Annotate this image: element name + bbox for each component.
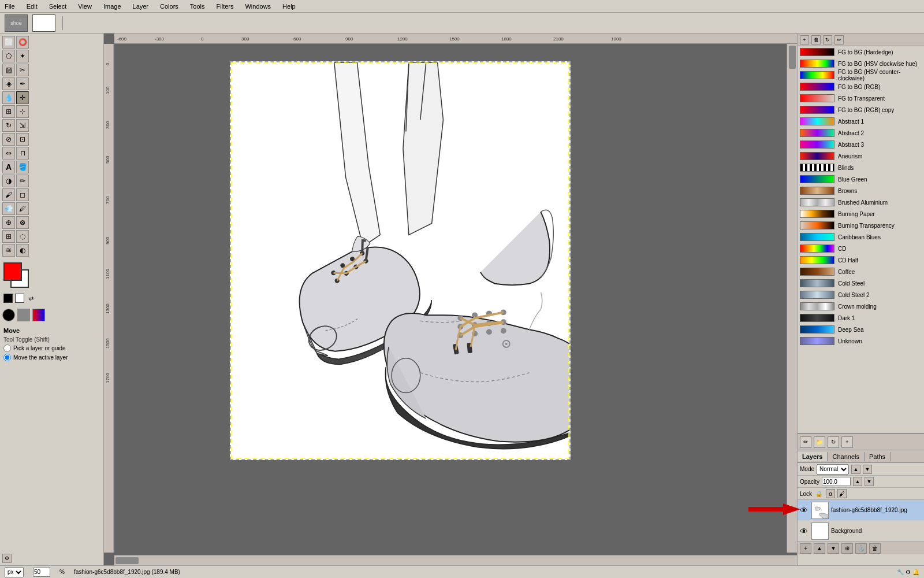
tool-scissors[interactable]: ✂	[16, 64, 29, 76]
brush-indicator[interactable]	[2, 309, 15, 321]
color-boxes[interactable]	[3, 262, 32, 291]
layer-raise-btn[interactable]: ▲	[814, 543, 825, 554]
gradient-edit-btn[interactable]: ✏	[834, 35, 844, 45]
tool-move[interactable]: ✛	[16, 91, 29, 104]
vertical-scrollbar[interactable]	[787, 44, 797, 553]
tool-clone[interactable]: ⊗	[16, 216, 29, 229]
menu-colors[interactable]: Colors	[158, 2, 181, 11]
gradient-new-btn[interactable]: +	[800, 35, 809, 45]
pick-layer-radio[interactable]	[3, 344, 11, 352]
tool-paintbrush[interactable]: 🖌	[2, 188, 15, 201]
gradient-indicator[interactable]	[32, 309, 45, 321]
gradient-item-7[interactable]: Abstract 2	[798, 127, 924, 139]
tab-layers[interactable]: Layers	[798, 452, 828, 461]
tool-align[interactable]: ⊞	[2, 105, 15, 118]
gradient-item-18[interactable]: CD Half	[798, 254, 924, 266]
layer-row-1[interactable]: 👁 Background	[798, 521, 924, 542]
layer-new-btn[interactable]: +	[800, 543, 811, 554]
tool-eraser[interactable]: ◻	[16, 188, 29, 201]
gradient-folder-icon[interactable]: 📁	[814, 436, 825, 448]
gradient-item-8[interactable]: Abstract 3	[798, 139, 924, 150]
tool-shear[interactable]: ⊘	[2, 133, 15, 146]
gradient-add2-icon[interactable]: +	[841, 436, 853, 448]
move-active-option[interactable]: Move the active layer	[3, 354, 100, 361]
gradient-item-10[interactable]: Blinds	[798, 162, 924, 173]
lock-pos-icon[interactable]: 🔒	[814, 489, 824, 498]
gradient-item-24[interactable]: Deep Sea	[798, 324, 924, 335]
opacity-up-btn[interactable]: ▲	[853, 477, 862, 486]
opacity-down-btn[interactable]: ▼	[865, 477, 874, 486]
toolbox-config[interactable]: ⚙	[2, 554, 12, 563]
tool-pencil[interactable]: ✏	[16, 175, 29, 187]
foreground-color[interactable]	[3, 262, 22, 281]
tool-select-by-color[interactable]: ▨	[2, 64, 15, 76]
white-color[interactable]	[15, 294, 24, 303]
tool-dodge-burn[interactable]: ◐	[16, 244, 29, 257]
menu-tools[interactable]: Tools	[188, 2, 207, 11]
layer-duplicate-btn[interactable]: ⊕	[841, 543, 853, 554]
tool-heal[interactable]: ⊕	[2, 216, 15, 229]
gradient-item-19[interactable]: Coffee	[798, 266, 924, 277]
tool-crop[interactable]: ⊹	[16, 105, 29, 118]
horizontal-scrollbar[interactable]	[114, 555, 797, 565]
gradient-item-13[interactable]: Brushed Aluminium	[798, 197, 924, 208]
layer-eye-1[interactable]: 👁	[800, 527, 809, 536]
tool-path[interactable]: ✒	[16, 77, 29, 90]
swap-colors[interactable]: ⇄	[27, 294, 36, 303]
tool-rotate[interactable]: ↻	[2, 119, 15, 132]
tool-rect-select[interactable]: ⬜	[2, 36, 15, 49]
layer-anchor-btn[interactable]: ⚓	[855, 543, 867, 554]
lock-paint-btn[interactable]: 🖌	[837, 489, 847, 498]
h-scroll-thumb[interactable]	[116, 557, 139, 564]
gradient-item-12[interactable]: Browns	[798, 185, 924, 197]
gradient-refresh-btn[interactable]: ↻	[823, 35, 832, 45]
gradient-item-20[interactable]: Cold Steel	[798, 277, 924, 289]
gradient-refresh2-icon[interactable]: ↻	[828, 436, 839, 448]
menu-layer[interactable]: Layer	[131, 2, 151, 11]
gradient-item-23[interactable]: Dark 1	[798, 312, 924, 324]
gradient-item-22[interactable]: Crown molding	[798, 301, 924, 312]
tool-blend[interactable]: ◑	[2, 175, 15, 187]
tool-bucket-fill[interactable]: 🪣	[16, 161, 29, 173]
zoom-input[interactable]	[33, 568, 50, 577]
unit-select[interactable]: px % in	[5, 567, 24, 577]
gradient-path-icon[interactable]: ✏	[800, 436, 811, 448]
layer-row-0[interactable]: 👁 fashion-g6c5d8bb8f_1920.jpg	[798, 500, 924, 521]
tool-free-select[interactable]: ⬠	[2, 50, 15, 62]
gradient-item-2[interactable]: FG to BG (HSV counter-clockwise)	[798, 69, 924, 81]
tool-perspective-clone[interactable]: ⊞	[2, 230, 15, 243]
gradient-item-6[interactable]: Abstract 1	[798, 116, 924, 127]
menu-help[interactable]: Help	[280, 2, 298, 11]
gradient-item-1[interactable]: FG to BG (HSV clockwise hue)	[798, 58, 924, 69]
gradient-item-16[interactable]: Caribbean Blues	[798, 231, 924, 243]
gradient-item-17[interactable]: CD	[798, 243, 924, 254]
tab-channels[interactable]: Channels	[828, 452, 864, 461]
gradient-item-0[interactable]: FG to BG (Hardedge)	[798, 46, 924, 58]
tool-foreground-select[interactable]: ◈	[2, 77, 15, 90]
tool-perspective[interactable]: ⊡	[16, 133, 29, 146]
mode-select[interactable]: Normal Multiply Screen	[817, 464, 849, 475]
lock-alpha-btn[interactable]: α	[826, 489, 835, 498]
tool-ellipse-select[interactable]: ⭕	[16, 36, 29, 49]
tool-color-picker[interactable]: 💧	[2, 91, 15, 104]
gradient-item-15[interactable]: Burning Transparency	[798, 220, 924, 231]
menu-windows[interactable]: Windows	[243, 2, 273, 11]
gradient-item-9[interactable]: Aneurism	[798, 150, 924, 162]
tool-smudge[interactable]: ≋	[2, 244, 15, 257]
mode-down-btn[interactable]: ▼	[863, 465, 872, 474]
gradient-item-5[interactable]: FG to BG (RGB) copy	[798, 104, 924, 116]
tool-airbrush[interactable]: 💨	[2, 202, 15, 215]
tool-scale[interactable]: ⇲	[16, 119, 29, 132]
gradient-item-4[interactable]: FG to Transparent	[798, 92, 924, 104]
layer-delete-btn[interactable]: 🗑	[869, 543, 881, 554]
opacity-input[interactable]	[822, 477, 851, 486]
pick-layer-option[interactable]: Pick a layer or guide	[3, 344, 100, 352]
gradient-item-3[interactable]: FG to BG (RGB)	[798, 81, 924, 92]
menu-image[interactable]: Image	[101, 2, 124, 11]
tool-fuzzy-select[interactable]: ✦	[16, 50, 29, 62]
menu-view[interactable]: View	[76, 2, 94, 11]
gradient-item-11[interactable]: Blue Green	[798, 173, 924, 185]
tool-ink[interactable]: 🖊	[16, 202, 29, 215]
menu-filters[interactable]: Filters	[214, 2, 236, 11]
tab-paths[interactable]: Paths	[865, 452, 891, 461]
